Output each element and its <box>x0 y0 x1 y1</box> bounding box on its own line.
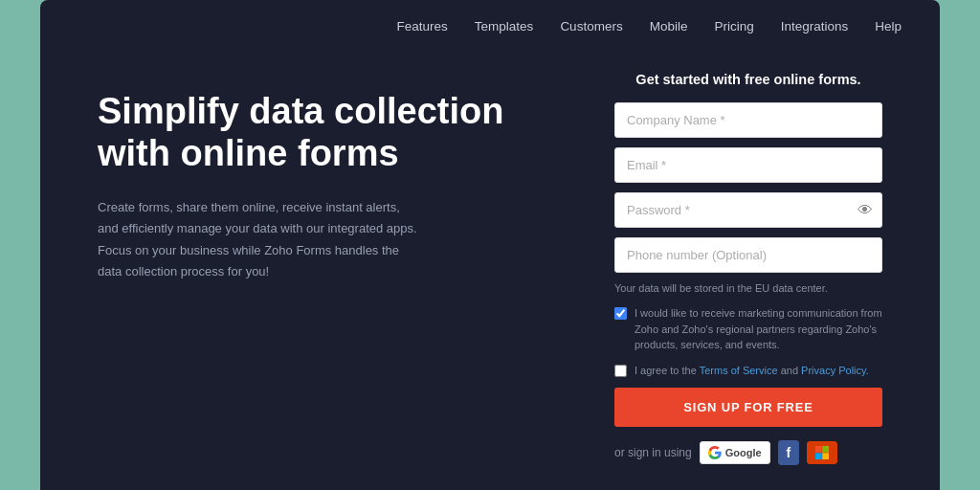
privacy-link[interactable]: Privacy Policy <box>801 365 866 376</box>
signin-row: or sign in using Google f <box>614 440 882 465</box>
password-wrapper: 👁 <box>614 192 882 228</box>
marketing-checkbox[interactable] <box>614 307 627 320</box>
hero-description: Create forms, share them online, receive… <box>98 197 423 281</box>
office-signin-button[interactable] <box>807 441 837 464</box>
google-signin-button[interactable]: Google <box>700 441 770 464</box>
svg-rect-0 <box>815 446 822 453</box>
nav-templates[interactable]: Templates <box>475 19 534 33</box>
office-icon <box>815 446 829 459</box>
data-storage-note: Your data will be stored in the EU data … <box>614 282 882 294</box>
hero-title: Simplify data collection with online for… <box>98 91 557 174</box>
hero-section: Simplify data collection with online for… <box>98 72 557 465</box>
google-label: Google <box>725 447 762 458</box>
svg-rect-1 <box>823 446 830 453</box>
nav-mobile[interactable]: Mobile <box>650 19 688 33</box>
signup-form: Get started with free online forms. 👁 Yo… <box>614 72 882 465</box>
signin-text: or sign in using <box>614 446 692 459</box>
nav-integrations[interactable]: Integrations <box>781 19 849 33</box>
terms-and-text: and <box>778 365 801 376</box>
nav-pricing[interactable]: Pricing <box>714 19 753 33</box>
svg-rect-2 <box>815 453 822 459</box>
nav-help[interactable]: Help <box>875 19 902 33</box>
terms-link[interactable]: Terms of Service <box>700 365 778 376</box>
terms-before-text: I agree to the <box>635 365 700 376</box>
terms-label: I agree to the Terms of Service and Priv… <box>635 363 869 379</box>
marketing-label: I would like to receive marketing commun… <box>635 305 882 353</box>
nav-features[interactable]: Features <box>397 19 448 33</box>
svg-rect-3 <box>823 453 830 459</box>
navigation: Features Templates Customers Mobile Pric… <box>40 0 940 53</box>
facebook-signin-button[interactable]: f <box>778 440 800 465</box>
facebook-icon: f <box>787 445 791 460</box>
phone-input[interactable] <box>614 237 882 273</box>
main-content: Simplify data collection with online for… <box>40 53 940 490</box>
marketing-checkbox-row: I would like to receive marketing commun… <box>614 305 882 353</box>
password-input[interactable] <box>614 192 882 228</box>
company-name-input[interactable] <box>614 102 882 138</box>
terms-checkbox-row: I agree to the Terms of Service and Priv… <box>614 363 882 379</box>
terms-checkbox[interactable] <box>614 365 627 377</box>
nav-customers[interactable]: Customers <box>560 19 622 33</box>
terms-after-text: . <box>866 365 869 376</box>
toggle-password-icon[interactable]: 👁 <box>858 202 873 219</box>
signup-button[interactable]: SIGN UP FOR FREE <box>614 388 882 427</box>
form-title: Get started with free online forms. <box>614 72 882 87</box>
google-icon <box>708 446 722 459</box>
email-input[interactable] <box>614 147 882 183</box>
main-window: Features Templates Customers Mobile Pric… <box>40 0 940 490</box>
